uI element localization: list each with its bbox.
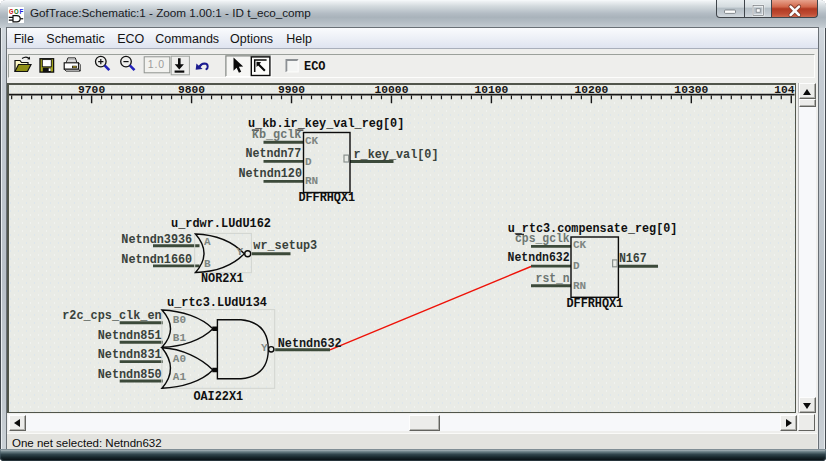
svg-text:r_key_val[0]: r_key_val[0] (354, 147, 439, 161)
svg-text:OAI22X1: OAI22X1 (193, 389, 243, 403)
svg-text:D: D (573, 259, 580, 271)
svg-text:A0: A0 (173, 353, 186, 365)
svg-text:r2c_cps_clk_en: r2c_cps_clk_en (62, 309, 161, 323)
svg-text:1.0: 1.0 (148, 58, 165, 70)
svg-text:Netndn850: Netndn850 (98, 367, 162, 381)
svg-text:Netndn77: Netndn77 (246, 147, 302, 161)
svg-text:9700: 9700 (78, 85, 105, 96)
svg-text:10400: 10400 (774, 85, 795, 96)
svg-text:rst_n: rst_n (536, 272, 570, 286)
svg-text:RN: RN (305, 174, 318, 186)
svg-text:Netndn851: Netndn851 (98, 328, 162, 342)
svg-text:A: A (204, 236, 211, 248)
svg-text:9900: 9900 (278, 85, 305, 96)
svg-text:Netndn632: Netndn632 (278, 337, 342, 351)
svg-text:Netndn120: Netndn120 (238, 166, 302, 180)
svg-text:10300: 10300 (674, 85, 708, 96)
svg-text:B0: B0 (173, 313, 186, 325)
svg-text:u_rdwr.LUdU162: u_rdwr.LUdU162 (171, 216, 271, 230)
svg-text:kb_gclk: kb_gclk (252, 128, 302, 142)
svg-text:wr_setup3: wr_setup3 (253, 239, 317, 253)
svg-text:10000: 10000 (375, 85, 409, 96)
svg-text:NOR2X1: NOR2X1 (201, 271, 244, 285)
svg-text:B1: B1 (173, 332, 187, 344)
svg-text:10200: 10200 (574, 85, 608, 96)
svg-text:D: D (305, 156, 312, 168)
svg-text:O: O (14, 8, 19, 15)
svg-text:Y: Y (261, 341, 268, 353)
svg-text:cps_gclk: cps_gclk (515, 231, 570, 245)
svg-text:CK: CK (305, 134, 319, 146)
svg-text:Y: Y (237, 246, 244, 258)
svg-text:B: B (204, 257, 211, 269)
svg-text:DFFRHQX1: DFFRHQX1 (298, 190, 355, 204)
svg-text:RN: RN (573, 279, 586, 291)
svg-text:10100: 10100 (474, 85, 508, 96)
svg-text:9800: 9800 (178, 85, 205, 96)
svg-text:ECO: ECO (304, 60, 326, 74)
svg-text:Netndn831: Netndn831 (98, 348, 162, 362)
svg-text:F: F (19, 8, 23, 15)
svg-text:DFFRHQX1: DFFRHQX1 (567, 296, 624, 310)
svg-text:Netndn632: Netndn632 (508, 251, 570, 265)
svg-text:Netndn3936: Netndn3936 (121, 233, 192, 247)
svg-text:CK: CK (573, 239, 587, 251)
svg-text:N167: N167 (619, 252, 647, 266)
svg-text:A1: A1 (173, 371, 187, 383)
svg-text:u_rtc3.LUdU134: u_rtc3.LUdU134 (167, 296, 267, 310)
svg-text:Netndn1660: Netndn1660 (121, 253, 192, 267)
